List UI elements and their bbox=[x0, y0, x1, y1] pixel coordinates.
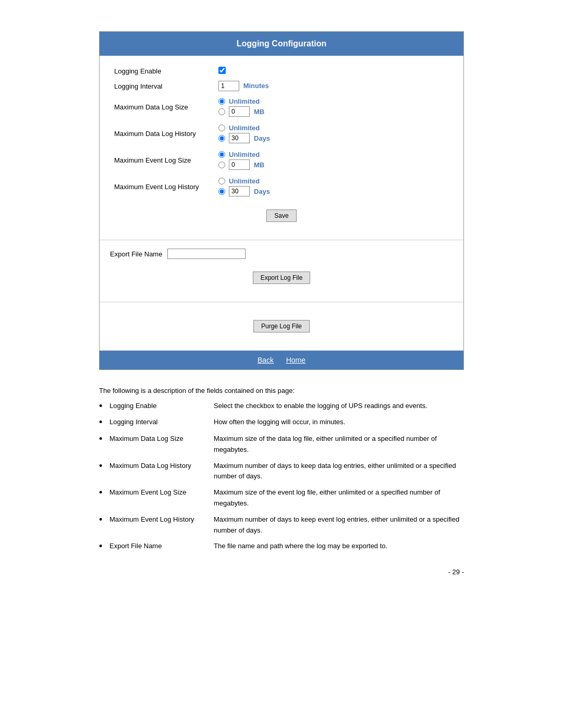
home-link[interactable]: Home bbox=[286, 356, 305, 364]
bullet-item-0: • Logging Enable Select the checkbox to … bbox=[99, 401, 464, 412]
max-event-log-size-row: Maximum Event Log Size Unlimited MB bbox=[110, 147, 453, 174]
event-log-history-unlimited-label: Unlimited bbox=[229, 177, 260, 185]
save-button-container: Save bbox=[110, 200, 453, 231]
event-log-size-unlimited-label: Unlimited bbox=[229, 151, 260, 158]
logging-interval-row: Logging Interval Minutes bbox=[110, 78, 453, 94]
logging-enable-value bbox=[214, 64, 453, 78]
bullet-dot: • bbox=[99, 417, 109, 428]
bullet-desc: Maximum size of the event log file, eith… bbox=[214, 487, 464, 509]
data-log-history-days-radio[interactable] bbox=[218, 135, 225, 142]
logging-interval-label: Logging Interval bbox=[110, 78, 214, 94]
bullet-desc: Select the checkbox to enable the loggin… bbox=[214, 401, 464, 412]
event-log-history-days-input[interactable] bbox=[229, 186, 250, 196]
bullet-term: Maximum Data Log History bbox=[109, 461, 214, 472]
config-form-table: Logging Enable Logging Interval Minutes bbox=[110, 64, 453, 200]
save-button[interactable]: Save bbox=[266, 209, 296, 222]
max-data-log-history-value: Unlimited Days bbox=[214, 120, 453, 147]
bullet-term: Maximum Event Log Size bbox=[109, 487, 214, 498]
max-event-log-size-value: Unlimited MB bbox=[214, 147, 453, 174]
export-log-file-button[interactable]: Export Log File bbox=[253, 272, 311, 284]
bullet-term: Logging Enable bbox=[109, 401, 214, 412]
page-container: Logging Configuration Logging Enable Log… bbox=[99, 31, 464, 576]
data-log-history-days-unit: Days bbox=[254, 134, 270, 142]
bullet-dot: • bbox=[99, 514, 109, 526]
max-data-log-size-label: Maximum Data Log Size bbox=[110, 94, 214, 120]
data-log-size-mb-radio[interactable] bbox=[218, 108, 225, 115]
panel-footer: Back Home bbox=[100, 351, 463, 369]
export-file-row: Export File Name bbox=[110, 249, 453, 259]
bullet-list: • Logging Enable Select the checkbox to … bbox=[99, 401, 464, 552]
data-log-history-unlimited-label: Unlimited bbox=[229, 124, 260, 132]
bullet-term: Export File Name bbox=[109, 541, 214, 552]
bullet-desc: Maximum number of days to keep data log … bbox=[214, 461, 464, 483]
max-data-log-history-label: Maximum Data Log History bbox=[110, 120, 214, 147]
max-data-log-history-row: Maximum Data Log History Unlimited Days bbox=[110, 120, 453, 147]
panel-title: Logging Configuration bbox=[237, 39, 326, 48]
event-log-size-mb-input[interactable] bbox=[229, 159, 250, 170]
panel-header: Logging Configuration bbox=[100, 32, 463, 56]
main-panel: Logging Configuration Logging Enable Log… bbox=[99, 31, 464, 370]
bullet-item-2: • Maximum Data Log Size Maximum size of … bbox=[99, 434, 464, 455]
bullet-desc: The file name and path where the log may… bbox=[214, 541, 464, 552]
bullet-desc: How often the logging will occur, in min… bbox=[214, 417, 464, 428]
export-button-container: Export Log File bbox=[110, 262, 453, 293]
bullet-item-1: • Logging Interval How often the logging… bbox=[99, 417, 464, 428]
data-log-size-unlimited-radio[interactable] bbox=[218, 98, 225, 105]
data-log-history-unlimited-radio[interactable] bbox=[218, 125, 225, 131]
bullet-item-3: • Maximum Data Log History Maximum numbe… bbox=[99, 461, 464, 483]
logging-enable-checkbox[interactable] bbox=[218, 67, 226, 74]
export-file-name-input[interactable] bbox=[167, 249, 246, 259]
bullet-term: Logging Interval bbox=[109, 417, 214, 428]
config-form-section: Logging Enable Logging Interval Minutes bbox=[100, 56, 463, 240]
bullet-desc: Maximum number of days to keep event log… bbox=[214, 514, 464, 536]
description-intro: The following is a description of the fi… bbox=[99, 386, 464, 397]
purge-section: Purge Log File bbox=[100, 302, 463, 351]
event-log-history-unlimited-radio[interactable] bbox=[218, 178, 225, 184]
max-event-log-history-label: Maximum Event Log History bbox=[110, 174, 214, 200]
bullet-item-4: • Maximum Event Log Size Maximum size of… bbox=[99, 487, 464, 509]
event-log-history-days-radio[interactable] bbox=[218, 188, 225, 195]
data-log-history-days-input[interactable] bbox=[229, 133, 250, 143]
event-log-size-mb-radio[interactable] bbox=[218, 162, 225, 168]
bullet-dot: • bbox=[99, 487, 109, 499]
export-section: Export File Name Export Log File bbox=[100, 240, 463, 302]
data-log-size-mb-unit: MB bbox=[254, 108, 264, 116]
data-log-size-mb-input[interactable] bbox=[229, 106, 250, 117]
logging-interval-value: Minutes bbox=[214, 78, 453, 94]
back-link[interactable]: Back bbox=[258, 356, 274, 364]
bullet-dot: • bbox=[99, 434, 109, 445]
bullet-desc: Maximum size of the data log file, eithe… bbox=[214, 434, 464, 455]
bullet-term: Maximum Data Log Size bbox=[109, 434, 214, 445]
minutes-unit: Minutes bbox=[243, 82, 269, 90]
logging-enable-label: Logging Enable bbox=[110, 64, 214, 78]
bullet-item-5: • Maximum Event Log History Maximum numb… bbox=[99, 514, 464, 536]
bullet-item-6: • Export File Name The file name and pat… bbox=[99, 541, 464, 552]
event-log-history-days-unit: Days bbox=[254, 188, 270, 195]
page-number: - 29 - bbox=[99, 568, 464, 576]
logging-enable-row: Logging Enable bbox=[110, 64, 453, 78]
purge-log-file-button[interactable]: Purge Log File bbox=[253, 320, 310, 332]
max-data-log-size-value: Unlimited MB bbox=[214, 94, 453, 120]
data-log-size-unlimited-label: Unlimited bbox=[229, 97, 260, 105]
export-file-name-label: Export File Name bbox=[110, 250, 162, 258]
event-log-size-mb-unit: MB bbox=[254, 161, 264, 169]
bullet-dot: • bbox=[99, 401, 109, 412]
bullet-dot: • bbox=[99, 461, 109, 472]
max-event-log-history-value: Unlimited Days bbox=[214, 174, 453, 200]
max-event-log-history-row: Maximum Event Log History Unlimited Days bbox=[110, 174, 453, 200]
bullet-dot: • bbox=[99, 541, 109, 552]
purge-button-container: Purge Log File bbox=[110, 311, 453, 342]
bullet-term: Maximum Event Log History bbox=[109, 514, 214, 525]
max-event-log-size-label: Maximum Event Log Size bbox=[110, 147, 214, 174]
max-data-log-size-row: Maximum Data Log Size Unlimited MB bbox=[110, 94, 453, 120]
event-log-size-unlimited-radio[interactable] bbox=[218, 151, 225, 158]
logging-interval-input[interactable] bbox=[218, 81, 239, 91]
description-section: The following is a description of the fi… bbox=[99, 386, 464, 552]
